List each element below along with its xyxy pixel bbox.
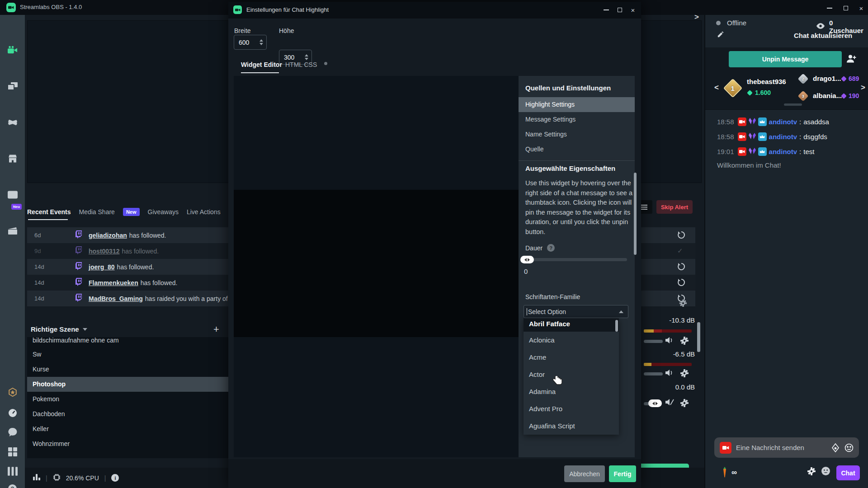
- settings-nav-highlight[interactable]: Highlight Settings: [519, 97, 635, 112]
- scrollbar-thumb[interactable]: [697, 322, 700, 352]
- crown-badge-icon: [758, 117, 767, 126]
- cancel-button[interactable]: Abbrechen: [564, 465, 605, 482]
- editor-camera-icon[interactable]: [0, 42, 25, 58]
- chat-panel: Offline 0 Zuschauer Chat aktualisieren U…: [704, 15, 868, 488]
- settings-nav-source[interactable]: Quelle: [519, 142, 635, 157]
- scene-item[interactable]: Wohnzimmer: [27, 436, 228, 451]
- font-family-select[interactable]: Select Option: [524, 305, 628, 318]
- dropdown-scrollbar-thumb[interactable]: [615, 320, 618, 332]
- duration-slider[interactable]: [522, 258, 627, 261]
- prime-star-icon[interactable]: [0, 384, 25, 400]
- skip-alert-button[interactable]: Skip Alert: [656, 200, 693, 214]
- duration-help-icon[interactable]: ?: [547, 244, 555, 252]
- leaderboard-prev-arrow[interactable]: <: [714, 83, 719, 92]
- scene-item[interactable]: bildschirmaufnahme ohne cam: [27, 337, 228, 347]
- tab-media-share[interactable]: Media Share: [79, 208, 114, 216]
- tab-recent-events[interactable]: Recent Events: [27, 208, 71, 216]
- collapse-chat-chevron-icon[interactable]: >: [694, 13, 699, 22]
- dashboard-icon[interactable]: [0, 405, 25, 421]
- tab-html-css[interactable]: HTML CSS: [285, 61, 317, 68]
- done-button[interactable]: Fertig: [609, 465, 636, 482]
- sources-heading: Quellen und Einstellungen: [525, 84, 635, 92]
- font-option[interactable]: Acme: [524, 349, 619, 366]
- scene-collection-header[interactable]: Richtige Szene: [31, 325, 87, 333]
- viewer-list-icon[interactable]: [846, 54, 857, 65]
- speaker-icon[interactable]: [665, 369, 674, 376]
- duration-slider-handle[interactable]: [520, 256, 534, 263]
- offline-dot-icon: [716, 21, 721, 25]
- app-close-button[interactable]: ×: [855, 5, 867, 12]
- store-icon[interactable]: [0, 150, 25, 167]
- settings-nav-name[interactable]: Name Settings: [519, 127, 635, 142]
- help-icon[interactable]: ?: [0, 480, 25, 488]
- replay-event-icon[interactable]: [677, 278, 685, 286]
- info-icon[interactable]: i: [111, 474, 119, 482]
- chat-settings-gear-icon[interactable]: [807, 467, 816, 476]
- font-option[interactable]: Aclonica: [524, 332, 619, 349]
- infinity-emote[interactable]: ∞: [731, 468, 737, 477]
- layout-columns-icon[interactable]: [0, 463, 25, 479]
- slider-handle[interactable]: [648, 399, 662, 407]
- font-dropdown-list: Abril Fatface Aclonica Acme Actor Adamin…: [524, 318, 619, 435]
- glitch-badge-icon: [749, 147, 756, 156]
- speaker-muted-icon[interactable]: [665, 399, 674, 406]
- unpin-message-button[interactable]: Unpin Message: [729, 51, 842, 67]
- modal-close-button[interactable]: ×: [627, 6, 639, 14]
- chat-input[interactable]: Eine Nachricht senden: [714, 437, 859, 458]
- tab-widget-editor[interactable]: Widget Editor: [241, 61, 282, 68]
- scene-item[interactable]: Keller: [27, 422, 228, 436]
- carrot-emote-icon[interactable]: [722, 467, 728, 479]
- add-scene-button[interactable]: +: [213, 324, 219, 335]
- leaderboard-next-arrow[interactable]: >: [861, 83, 865, 92]
- chat-bubble-icon[interactable]: [0, 424, 25, 441]
- modal-titlebar: Einstellungen für Chat Highlight ×: [228, 2, 641, 19]
- scenes-icon[interactable]: [0, 78, 25, 94]
- app-minimize-button[interactable]: [824, 5, 835, 12]
- chat-refresh-link[interactable]: Chat aktualisieren: [794, 32, 852, 39]
- modal-maximize-button[interactable]: [614, 6, 626, 14]
- tab-giveaways[interactable]: Giveaways: [148, 208, 179, 216]
- chat-highlight-settings-modal: Einstellungen für Chat Highlight × Breit…: [228, 2, 641, 488]
- font-option[interactable]: Aguafina Script: [524, 418, 619, 435]
- scene-item[interactable]: Sw: [27, 347, 228, 362]
- tab-live-actions[interactable]: Live Actions: [187, 208, 221, 216]
- widget-preview-area: [234, 76, 519, 457]
- emote-smiley-icon[interactable]: [844, 443, 854, 452]
- panel-scrollbar-thumb[interactable]: [634, 173, 637, 255]
- scene-item[interactable]: Dachboden: [27, 407, 228, 422]
- speaker-icon[interactable]: [665, 337, 674, 344]
- font-option[interactable]: Advent Pro: [524, 400, 619, 418]
- stepper-arrows[interactable]: [305, 54, 308, 60]
- settings-nav-message[interactable]: Message Settings: [519, 112, 635, 127]
- replay-event-icon[interactable]: [677, 263, 685, 271]
- scene-item[interactable]: Pokemon: [27, 392, 228, 407]
- leaderboard-drag-handle[interactable]: [784, 103, 802, 106]
- modal-minimize-button[interactable]: [600, 6, 612, 14]
- scene-item-selected[interactable]: Photoshop: [27, 377, 228, 392]
- themes-icon[interactable]: [0, 114, 25, 131]
- source-gear-icon[interactable]: [680, 336, 689, 343]
- font-option[interactable]: Actor: [524, 366, 619, 383]
- width-input[interactable]: 600: [234, 35, 267, 50]
- edit-pencil-icon[interactable]: [717, 31, 724, 39]
- bits-gem-icon[interactable]: [831, 443, 840, 452]
- source-gear-icon[interactable]: [680, 399, 689, 406]
- replay-event-icon[interactable]: [677, 231, 685, 239]
- emoji-smiley-icon[interactable]: [821, 466, 830, 477]
- chat-send-button[interactable]: Chat: [836, 465, 860, 480]
- mixer-settings-gear-icon[interactable]: [679, 299, 687, 307]
- font-option[interactable]: Adamina: [524, 383, 619, 400]
- welcome-message: Willkommen im Chat!: [717, 161, 781, 169]
- volume-slider-2[interactable]: [644, 372, 663, 375]
- clips-clapper-icon[interactable]: [0, 223, 25, 239]
- app-maximize-button[interactable]: [840, 5, 852, 12]
- scene-item[interactable]: Kurse: [27, 362, 228, 377]
- apps-grid-icon[interactable]: [0, 444, 25, 460]
- volume-slider-1[interactable]: [644, 340, 663, 343]
- font-option[interactable]: Abril Fatface: [524, 318, 619, 332]
- leaderboard-points-2: 689: [842, 75, 859, 82]
- stepper-arrows[interactable]: [259, 39, 263, 45]
- source-gear-icon[interactable]: [680, 369, 689, 376]
- stats-chart-icon[interactable]: [0, 187, 25, 203]
- performance-chart-icon[interactable]: [33, 474, 40, 482]
